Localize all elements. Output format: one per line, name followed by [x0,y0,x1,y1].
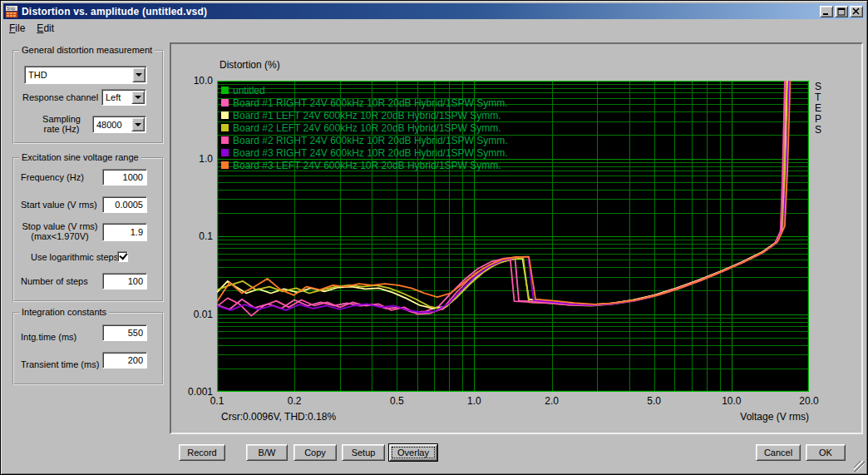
x-tick-label: 0.1 [210,395,224,407]
app-window: Snip Distortion vs. amplitude (untitled.… [0,0,868,475]
app-icon: Snip [5,5,18,18]
svg-text:Snip: Snip [7,6,15,11]
legend-item-4: Board #2 RIGHT 24V 600kHz 10R 20dB Hybri… [221,134,508,146]
legend-marker-icon [221,149,229,156]
x-tick-label: 1.0 [467,395,481,407]
legend-item-6: Board #3 LEFT 24V 600kHz 10R 20dB Hybrid… [221,159,508,171]
ok-button[interactable]: OK [806,444,846,461]
legend-item-0: untitled [221,84,508,96]
x-tick-label: 5.0 [647,395,661,407]
sampling-rate-label: Sampling rate (Hz) [34,114,89,134]
record-button-label: Record [187,448,216,458]
number-of-steps-label: Number of steps [21,276,88,286]
copy-button[interactable]: Copy [293,444,337,461]
x-tick-label: 20.0 [799,395,818,407]
ok-button-label: OK [819,448,832,458]
menu-file[interactable]: File [4,21,32,36]
y-tick-label: 0.1 [171,230,213,242]
y-tick-label: 0.001 [171,386,213,398]
x-tick-label: 0.2 [288,395,302,407]
y-tick-label: 0.01 [171,309,213,320]
start-value-label: Start value (V rms) [21,200,97,210]
stop-value-input[interactable] [102,223,147,241]
log-steps-checkbox[interactable] [117,251,128,262]
menu-edit[interactable]: Edit [32,21,61,36]
window-title: Distortion vs. amplitude (untitled.vsd) [22,6,207,17]
maximize-icon [836,7,846,16]
legend-label: Board #1 RIGHT 24V 600kHz 10R 20dB Hybri… [233,97,508,109]
legend-label: Board #3 LEFT 24V 600kHz 10R 20dB Hybrid… [233,160,501,171]
menu-bar: File Edit [4,21,61,36]
steps-axis-label: S T E P S [815,82,821,136]
legend-marker-icon [221,161,229,169]
legend-item-1: Board #1 RIGHT 24V 600kHz 10R 20dB Hybri… [221,96,508,109]
response-channel-dropdown-icon[interactable] [131,91,145,104]
start-value-input[interactable] [102,196,147,213]
response-channel-label: Response channel [22,92,98,102]
transient-time-input[interactable] [102,352,147,369]
frequency-label: Frequency (Hz) [21,172,84,182]
legend-marker-icon [221,124,229,131]
frequency-input[interactable] [102,169,147,186]
chart-legend: untitledBoard #1 RIGHT 24V 600kHz 10R 20… [221,84,508,171]
stop-value-label: Stop value (V rms) (max<1.970V) [19,221,101,241]
close-icon [851,7,861,16]
legend-item-2: Board #1 LEFT 24V 600kHz 10R 20dB Hybrid… [221,109,508,121]
legend-item-3: Board #2 LEFT 24V 600kHz 10R 20dB Hybrid… [221,121,508,134]
y-tick-label: 10.0 [171,75,213,87]
response-channel-value: Left [102,92,131,102]
cursor-readout: Crsr:0.0096V, THD:0.18% [221,411,336,423]
intg-time-input[interactable] [102,324,147,341]
x-axis-title: Voltage (V rms) [637,411,809,423]
bw-button[interactable]: B/W [246,444,288,461]
copy-button-label: Copy [304,448,326,458]
group-excitation-title: Excitation sine voltage range [19,152,141,162]
x-tick-label: 10.0 [722,395,741,407]
x-tick-label: 2.0 [545,395,559,407]
chart-panel: Distortion (%) 10.01.00.10.010.001 untit… [170,42,863,434]
measurement-type-value: THD [25,70,131,80]
legend-label: Board #2 LEFT 24V 600kHz 10R 20dB Hybrid… [233,122,501,134]
log-steps-label: Use logarithmic steps [31,252,118,262]
number-of-steps-input[interactable] [102,273,147,289]
legend-marker-icon [221,99,229,106]
overlay-button-label: Overlay [392,447,435,458]
legend-label: Board #1 LEFT 24V 600kHz 10R 20dB Hybrid… [233,110,501,121]
legend-label: Board #2 RIGHT 24V 600kHz 10R 20dB Hybri… [233,135,508,146]
minimize-button[interactable] [820,6,833,17]
group-integration-title: Integration constants [19,307,109,317]
chart-title: Distortion (%) [219,59,280,71]
legend-marker-icon [221,87,229,94]
transient-time-label: Transient time (ms) [21,359,99,369]
sampling-rate-dropdown-icon[interactable] [131,117,145,131]
cancel-button-label: Cancel [764,448,792,458]
sampling-rate-combo[interactable]: 48000 [92,116,146,133]
legend-marker-icon [221,111,229,119]
maximize-button[interactable] [835,6,848,17]
setup-button[interactable]: Setup [342,444,385,461]
record-button[interactable]: Record [179,444,225,461]
minimize-icon [821,7,831,16]
intg-time-label: Intg.time (ms) [21,332,76,342]
group-integration: Integration constants [12,312,164,385]
measurement-type-dropdown-icon[interactable] [132,67,145,82]
response-channel-combo[interactable]: Left [101,89,146,106]
x-tick-label: 0.5 [390,395,404,407]
sampling-rate-value: 48000 [93,120,131,130]
overlay-button[interactable]: Overlay [388,443,438,462]
plot-area[interactable]: untitledBoard #1 RIGHT 24V 600kHz 10R 20… [217,81,809,392]
setup-button-label: Setup [352,448,376,458]
legend-item-5: Board #3 RIGHT 24V 600kHz 10R 20dB Hybri… [221,146,508,159]
cancel-button[interactable]: Cancel [756,444,801,461]
measurement-type-combo[interactable]: THD [24,66,147,84]
resize-grip[interactable] [854,461,865,472]
legend-label: untitled [233,85,265,96]
title-bar[interactable]: Snip Distortion vs. amplitude (untitled.… [3,3,865,19]
close-button[interactable] [850,6,863,17]
group-general-title: General distortion measurement [19,45,155,55]
legend-marker-icon [221,136,229,144]
legend-label: Board #3 RIGHT 24V 600kHz 10R 20dB Hybri… [233,147,508,159]
y-tick-label: 1.0 [171,153,213,165]
bw-button-label: B/W [259,448,276,458]
